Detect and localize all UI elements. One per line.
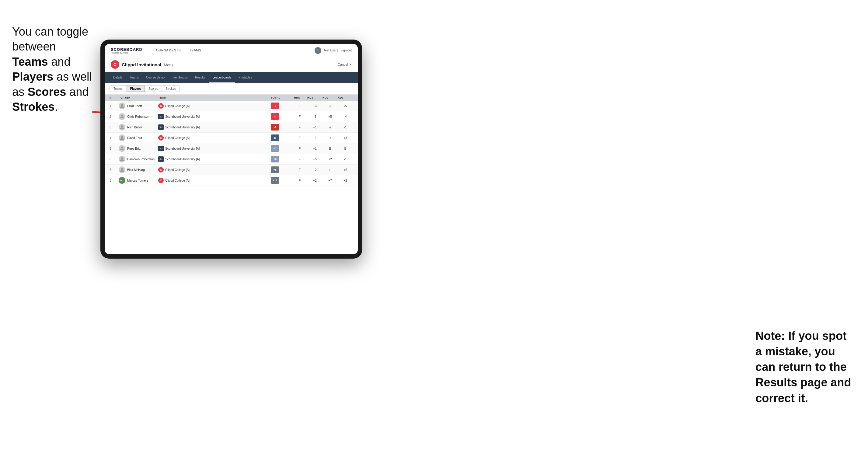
rd1-val: +3 [307, 104, 322, 108]
subtab-teams[interactable]: Teams [110, 86, 126, 92]
rd3-val: -1 [338, 158, 353, 161]
thru-val: F [292, 147, 307, 150]
sub-tabs: Teams Players Scores Strokes [105, 83, 358, 95]
player-cell: Cameron Robertson [119, 156, 158, 162]
col-team: TEAM [158, 96, 271, 99]
table-row: 4 David Ford C Clippd College [A] E F +1… [105, 133, 358, 143]
rd3-val: -1 [338, 126, 353, 129]
table-row: 8 MT Marcus Turners C Clippd College [A]… [105, 175, 358, 186]
thru-val: F [292, 158, 307, 161]
tournament-header: C Clippd Invitational (Men) Cancel ✕ [105, 57, 358, 72]
player-name: Marcus Turners [127, 179, 148, 182]
svg-point-1 [121, 104, 123, 106]
score-badge: E [271, 134, 279, 141]
subtab-scores[interactable]: Scores [145, 86, 162, 92]
player-cell: Blair McHarg [119, 166, 158, 173]
player-avatar [119, 145, 125, 152]
logo-sub: Powered by clippd [111, 52, 143, 54]
row-num: 6 [110, 158, 119, 161]
player-avatar [119, 113, 125, 120]
user-avatar: T [315, 47, 321, 54]
thru-val: F [292, 115, 307, 118]
player-name: Rich Butler [127, 126, 142, 129]
svg-point-5 [121, 147, 123, 149]
rd2-val: -2 [322, 126, 338, 129]
nav-right: T Test User | Sign out [315, 47, 352, 54]
team-logo: SU [158, 156, 164, 162]
table-row: 5 Rees Britt SU Scoreboard University [A… [105, 143, 358, 154]
rd1-val: +2 [307, 179, 322, 182]
score-badge: +6 [271, 166, 279, 173]
team-logo: C [158, 135, 164, 141]
sign-out-link[interactable]: Sign out [340, 49, 352, 52]
svg-point-2 [121, 115, 123, 117]
subtab-strokes[interactable]: Strokes [161, 86, 180, 92]
team-cell: SU Scoreboard University [A] [158, 156, 271, 162]
team-cell: C Clippd College [A] [158, 167, 271, 173]
tab-nav: Details Teams Course Setup Tee Groups Re… [105, 72, 358, 83]
rd2-val: +5 [322, 115, 338, 118]
player-avatar [119, 166, 125, 173]
rd3-val: +2 [338, 179, 353, 182]
col-total: TOTAL [271, 96, 292, 99]
player-name: Cameron Robertson [127, 158, 155, 161]
player-cell: Rees Britt [119, 145, 158, 152]
leaderboard-table: # PLAYER TEAM TOTAL THRU RD1 RD2 RD3 1 E… [105, 95, 358, 254]
col-thru: THRU [292, 96, 307, 99]
rd1-val: +1 [307, 126, 322, 129]
col-player: PLAYER [119, 96, 158, 99]
rd2-val: +7 [322, 179, 338, 182]
right-annotation: Note: If you spot a mistake, you can ret… [755, 328, 856, 406]
rd3-val: E [338, 147, 353, 150]
svg-point-3 [121, 125, 123, 127]
tab-tee-groups[interactable]: Tee Groups [168, 72, 191, 83]
rd2-val: -4 [322, 136, 338, 139]
rd1-val: +5 [307, 158, 322, 161]
col-num: # [110, 96, 119, 99]
score-badge: +6 [271, 156, 279, 162]
tab-printables[interactable]: Printables [235, 72, 255, 83]
nav-items: TOURNAMENTS TEAMS [150, 44, 315, 57]
player-avatar: MT [119, 177, 125, 184]
row-num: 3 [110, 126, 119, 129]
nav-item-teams[interactable]: TEAMS [185, 44, 205, 57]
table-row: 7 Blair McHarg C Clippd College [A] +6 F… [105, 164, 358, 175]
rd2-val: +1 [322, 168, 338, 172]
score-badge: -4 [271, 113, 279, 120]
top-nav: SCOREBOARD Powered by clippd TOURNAMENTS… [105, 44, 358, 57]
player-avatar [119, 102, 125, 109]
tab-leaderboards[interactable]: Leaderboards [209, 72, 235, 83]
thru-val: F [292, 179, 307, 182]
score-badge: -8 [271, 102, 279, 109]
nav-item-tournaments[interactable]: TOURNAMENTS [150, 44, 185, 57]
rd2-val: -6 [322, 104, 338, 108]
tab-teams[interactable]: Teams [126, 72, 143, 83]
col-rd3: RD3 [338, 96, 353, 99]
player-name: Blair McHarg [127, 168, 145, 172]
tablet-screen: SCOREBOARD Powered by clippd TOURNAMENTS… [105, 44, 358, 254]
row-num: 5 [110, 147, 119, 150]
svg-point-7 [121, 168, 123, 170]
rd3-val: +3 [338, 136, 353, 139]
col-rd2: RD2 [322, 96, 338, 99]
tab-details[interactable]: Details [110, 72, 126, 83]
rd3-val: -5 [338, 104, 353, 108]
team-cell: SU Scoreboard University [A] [158, 124, 271, 130]
logo-text: SCOREBOARD [111, 47, 143, 52]
team-cell: SU Scoreboard University [A] [158, 114, 271, 119]
team-cell: C Clippd College [A] [158, 103, 271, 108]
table-row: 1 Elliot Ebert C Clippd College [A] -8 F… [105, 101, 358, 111]
tab-course-setup[interactable]: Course Setup [143, 72, 168, 83]
subtab-players[interactable]: Players [126, 86, 145, 92]
rd1-val: +2 [307, 168, 322, 172]
player-name: Elliot Ebert [127, 104, 142, 108]
row-num: 8 [110, 179, 119, 182]
tab-results[interactable]: Results [191, 72, 209, 83]
rd3-val: +6 [338, 168, 353, 172]
player-cell: MT Marcus Turners [119, 177, 158, 184]
score-badge: +11 [271, 177, 279, 184]
rd2-val: E [322, 147, 338, 150]
cancel-button[interactable]: Cancel ✕ [338, 63, 352, 67]
rd1-val: -5 [307, 115, 322, 118]
score-badge: +1 [271, 145, 279, 152]
